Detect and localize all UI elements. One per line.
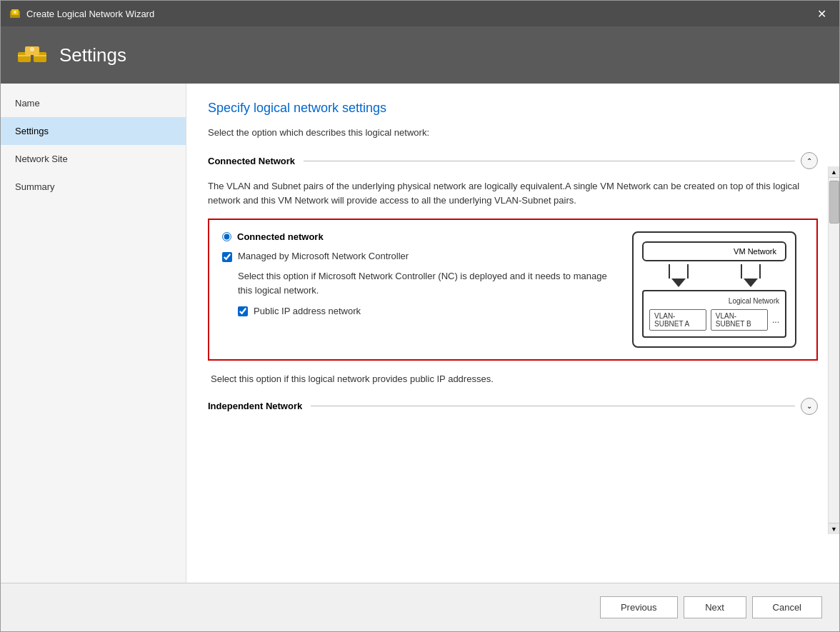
- independent-network-title: Independent Network: [208, 401, 302, 411]
- sidebar-item-name[interactable]: Name: [1, 89, 186, 117]
- sidebar-item-settings[interactable]: Settings: [1, 117, 186, 145]
- vm-network-box: VM Network: [642, 241, 786, 261]
- scroll-down-button[interactable]: ▼: [829, 523, 839, 534]
- subnet-a-box: VLAN-SUBNET A: [649, 309, 706, 331]
- arrow-head-left: [671, 279, 686, 287]
- svg-rect-5: [18, 55, 31, 56]
- sidebar-item-network-site[interactable]: Network Site: [1, 145, 186, 173]
- subnet-dots: ...: [772, 315, 779, 325]
- subnet-b-box: VLAN-SUBNET B: [711, 309, 768, 331]
- diagram-subnets: VLAN-SUBNET A VLAN-SUBNET B ...: [649, 309, 779, 331]
- public-ip-description: Select this option if this logical netwo…: [208, 372, 818, 386]
- public-ip-row: Public IP address network: [222, 306, 618, 316]
- window-title: Create Logical Network Wizard: [26, 9, 154, 19]
- wizard-icon: [9, 8, 21, 19]
- independent-network-collapse[interactable]: ⌄: [801, 398, 818, 415]
- cancel-button[interactable]: Cancel: [752, 596, 822, 618]
- connected-network-description: The VLAN and Subnet pairs of the underly…: [208, 179, 818, 207]
- arrow-right: [741, 264, 761, 287]
- arrow-left: [669, 264, 689, 287]
- sub-description: Select this option if Microsoft Network …: [222, 269, 618, 297]
- title-bar-left: Create Logical Network Wizard: [9, 8, 154, 19]
- scroll-track: [829, 178, 839, 523]
- arrow-head-right: [744, 279, 758, 287]
- option-left: Connected network Managed by Microsoft N…: [222, 231, 618, 348]
- page-title: Specify logical network settings: [208, 101, 818, 116]
- svg-point-8: [30, 47, 34, 51]
- checkbox-public-ip[interactable]: [238, 306, 248, 316]
- checkbox-managed[interactable]: [222, 252, 232, 262]
- previous-button[interactable]: Previous: [600, 596, 678, 618]
- main-scroll: Specify logical network settings Select …: [186, 84, 839, 583]
- instruction-text: Select the option which describes this l…: [208, 127, 818, 138]
- independent-network-header: Independent Network ⌄: [208, 398, 818, 415]
- radio-option-connected: Connected network: [222, 231, 618, 242]
- section-divider: [304, 161, 795, 161]
- vm-network-label: VM Network: [734, 247, 776, 256]
- logical-network-label: Logical Network: [649, 297, 779, 305]
- radio-connected[interactable]: [222, 232, 231, 241]
- arrow-shaft-left: [669, 264, 689, 279]
- sidebar: Name Settings Network Site Summary: [1, 84, 186, 583]
- diagram-arrows: [642, 264, 786, 287]
- svg-point-2: [14, 11, 16, 14]
- title-bar: Create Logical Network Wizard ✕: [1, 1, 839, 26]
- main-content: Specify logical network settings Select …: [186, 84, 839, 583]
- radio-connected-label[interactable]: Connected network: [237, 231, 324, 242]
- footer: Previous Next Cancel: [1, 583, 839, 631]
- connected-network-header: Connected Network ⌃: [208, 152, 818, 169]
- next-button[interactable]: Next: [684, 596, 746, 618]
- scroll-up-button[interactable]: ▲: [829, 166, 839, 178]
- content-area: Name Settings Network Site Summary Speci…: [1, 84, 839, 583]
- checkbox-public-ip-label[interactable]: Public IP address network: [254, 306, 361, 316]
- network-diagram: VM Network: [632, 231, 796, 348]
- independent-network-section: Independent Network ⌄: [208, 398, 818, 415]
- header-title: Settings: [59, 44, 126, 66]
- logical-network-box: Logical Network VLAN-SUBNET A VLAN-SUBNE…: [642, 290, 786, 338]
- svg-rect-6: [34, 55, 46, 56]
- connected-network-title: Connected Network: [208, 156, 295, 166]
- independent-section-divider: [311, 406, 795, 406]
- checkbox-managed-label[interactable]: Managed by Microsoft Network Controller: [238, 251, 409, 261]
- scroll-thumb[interactable]: [829, 181, 839, 224]
- option-right: VM Network: [632, 231, 804, 348]
- option-box: Connected network Managed by Microsoft N…: [208, 219, 818, 361]
- sidebar-item-summary[interactable]: Summary: [1, 173, 186, 201]
- connected-network-collapse[interactable]: ⌃: [801, 152, 818, 169]
- scrollbar[interactable]: ▲ ▼: [828, 166, 839, 534]
- arrow-shaft-right: [741, 264, 761, 279]
- header-bar: Settings: [1, 26, 839, 84]
- checkbox-managed-row: Managed by Microsoft Network Controller: [222, 251, 618, 262]
- wizard-window: Create Logical Network Wizard ✕ Settings…: [0, 0, 840, 632]
- header-icon: [15, 38, 49, 72]
- close-button[interactable]: ✕: [813, 6, 831, 22]
